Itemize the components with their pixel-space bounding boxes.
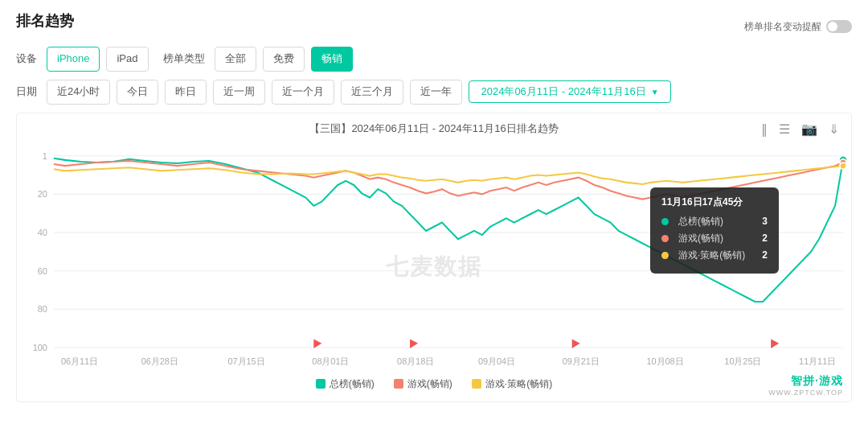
svg-text:08月18日: 08月18日: [397, 356, 434, 365]
device-filter-row: 设备 iPhone iPad 榜单类型 全部 免费 畅销: [16, 47, 852, 72]
chart-toolbar: ‖ ☰ 📷 ⇓: [759, 120, 841, 138]
svg-text:20: 20: [38, 189, 47, 199]
svg-text:06月28日: 06月28日: [141, 356, 178, 365]
device-label: 设备: [16, 51, 37, 66]
svg-text:1: 1: [43, 150, 47, 160]
svg-text:09月04日: 09月04日: [478, 356, 515, 365]
legend-label-2: 游戏·策略(畅销): [485, 377, 552, 391]
legend-item-1: 游戏(畅销): [394, 377, 452, 391]
legend-item-0: 总榜(畅销): [316, 377, 375, 391]
date-24h-btn[interactable]: 近24小时: [47, 80, 110, 105]
device-iphone-btn[interactable]: iPhone: [47, 47, 100, 72]
svg-text:100: 100: [33, 342, 47, 352]
legend-dot-1: [394, 379, 403, 389]
image-icon[interactable]: 📷: [799, 120, 820, 138]
rank-all-btn[interactable]: 全部: [215, 47, 256, 72]
date-yesterday-btn[interactable]: 昨日: [165, 80, 207, 105]
rank-type-label: 榜单类型: [163, 51, 205, 66]
svg-marker-23: [410, 339, 418, 348]
notification-toggle[interactable]: [826, 20, 852, 33]
svg-marker-24: [572, 339, 580, 348]
date-range-value: 2024年06月11日 - 2024年11月16日: [481, 84, 645, 99]
svg-text:80: 80: [38, 304, 47, 314]
svg-text:10月25日: 10月25日: [724, 356, 761, 365]
top-right-controls: 榜单排名变动提醒: [744, 20, 852, 34]
list-icon[interactable]: ☰: [776, 120, 792, 138]
svg-marker-25: [771, 339, 779, 348]
chevron-down-icon: ▼: [651, 88, 659, 97]
date-year-btn[interactable]: 近一年: [410, 80, 462, 105]
chart-svg-area: .axis-text { font-size: 11px; fill: #aaa…: [17, 139, 851, 372]
svg-text:40: 40: [38, 228, 47, 237]
date-week-btn[interactable]: 近一周: [213, 80, 265, 105]
date-month-btn[interactable]: 近一个月: [272, 80, 334, 105]
toggle-label: 榜单排名变动提醒: [744, 20, 821, 34]
legend-item-2: 游戏·策略(畅销): [472, 377, 552, 391]
date-range-picker[interactable]: 2024年06月11日 - 2024年11月16日 ▼: [469, 80, 670, 103]
rank-paid-btn[interactable]: 畅销: [311, 47, 353, 72]
rank-free-btn[interactable]: 免费: [263, 47, 305, 72]
chart-legend: 总榜(畅销) 游戏(畅销) 游戏·策略(畅销): [17, 377, 851, 391]
legend-dot-2: [472, 379, 481, 389]
download-icon[interactable]: ⇓: [826, 120, 841, 138]
legend-label-0: 总榜(畅销): [330, 377, 375, 391]
page-title: 排名趋势: [16, 11, 74, 31]
chart-container: 【三国】2024年06月11日 - 2024年11月16日排名趋势 ‖ ☰ 📷 …: [16, 113, 852, 402]
svg-text:07月15日: 07月15日: [227, 356, 264, 365]
date-3month-btn[interactable]: 近三个月: [341, 80, 403, 105]
svg-text:10月08日: 10月08日: [646, 356, 683, 365]
bar-chart-icon[interactable]: ‖: [759, 120, 770, 138]
svg-text:60: 60: [38, 265, 47, 275]
svg-marker-22: [313, 339, 321, 348]
svg-text:06月11日: 06月11日: [61, 356, 98, 365]
svg-text:08月01日: 08月01日: [312, 356, 349, 365]
date-filter-row: 日期 近24小时 今日 昨日 近一周 近一个月 近三个月 近一年 2024年06…: [16, 80, 852, 105]
date-label: 日期: [16, 84, 37, 99]
svg-point-28: [840, 163, 846, 169]
legend-label-1: 游戏(畅销): [407, 377, 452, 391]
device-ipad-btn[interactable]: iPad: [106, 47, 148, 72]
date-today-btn[interactable]: 今日: [117, 80, 158, 105]
svg-text:09月21日: 09月21日: [563, 356, 600, 365]
svg-text:11月11日: 11月11日: [799, 356, 836, 365]
chart-title: 【三国】2024年06月11日 - 2024年11月16日排名趋势: [17, 113, 851, 139]
legend-dot-0: [316, 379, 326, 389]
